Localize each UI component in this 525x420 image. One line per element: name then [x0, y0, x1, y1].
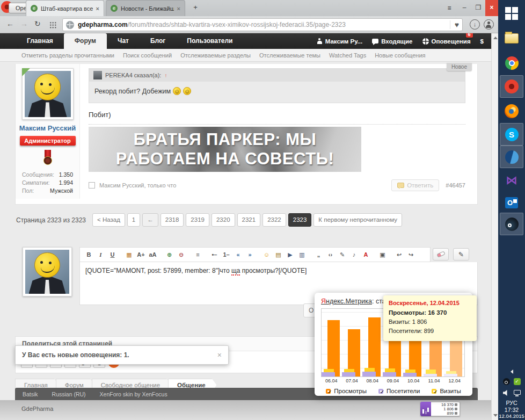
metrika-informer[interactable]: 16 3701 806899 — [420, 402, 460, 416]
window-minimize-button[interactable]: – — [457, 0, 471, 16]
subnav-link[interactable]: Новые сообщения — [375, 52, 425, 59]
clock-date[interactable]: 12.04.2015 — [498, 413, 525, 419]
browser-tab-active[interactable]: e Штаб-квартира всех хими × — [26, 0, 104, 16]
metrika-link[interactable]: Яндекс.Метрика — [321, 298, 372, 305]
tab-close-icon[interactable]: × — [96, 5, 99, 12]
reply-button[interactable]: Ответить — [391, 179, 439, 191]
font-size-button[interactable]: A+ — [135, 249, 147, 260]
remove-formatting-button[interactable]: A — [360, 249, 371, 260]
toast-close-icon[interactable]: × — [217, 351, 222, 359]
author-avatar[interactable] — [22, 68, 74, 120]
keyboard-language[interactable]: РУС — [498, 400, 525, 406]
browser-scrollbar[interactable] — [491, 33, 498, 420]
bar-visitors[interactable] — [362, 372, 376, 376]
window-close-button[interactable]: × — [485, 0, 498, 16]
page-button-2323[interactable]: 2323 — [288, 213, 312, 227]
downloads-icon[interactable]: ↓ — [470, 19, 480, 30]
footer-link[interactable]: Russian (RU) — [52, 391, 86, 397]
bar-visitors[interactable] — [444, 374, 457, 376]
tray-expand-arrow-icon[interactable] — [511, 370, 513, 374]
insert-spoiler-button[interactable]: ▥ — [296, 249, 308, 260]
site-security-icon[interactable] — [66, 21, 74, 29]
legend-checkbox-Посетители[interactable] — [378, 389, 383, 394]
page-button-←[interactable]: ← — [142, 213, 158, 227]
list-unordered-button[interactable]: •– — [209, 249, 220, 260]
go-to-quoted-post-link[interactable]: ↑ — [164, 73, 167, 78]
tab-close-icon[interactable]: × — [177, 5, 180, 12]
page-button-2321[interactable]: 2321 — [237, 213, 261, 227]
subnav-link[interactable]: Поиск сообщений — [123, 52, 172, 59]
text-color-button[interactable]: ▦ — [123, 249, 135, 260]
bar-visitors[interactable] — [403, 373, 417, 376]
toggle-rich-editor-button[interactable]: ✎ — [453, 248, 469, 260]
page-button-2320[interactable]: 2320 — [212, 213, 235, 227]
profile-icon[interactable] — [484, 19, 494, 30]
window-restore-button[interactable]: ❐ — [471, 0, 485, 16]
italic-button[interactable]: I — [95, 249, 106, 260]
clock-time[interactable]: 17:32 — [498, 407, 525, 413]
bar-visitors[interactable] — [424, 374, 437, 376]
nav-tab-Блог[interactable]: Блог — [140, 33, 176, 49]
underline-button[interactable]: U — [107, 249, 118, 260]
insert-link-button[interactable]: ⊕ — [164, 249, 175, 260]
subnav-link[interactable]: Отслеживаемые разделы — [180, 52, 251, 59]
page-button-2322[interactable]: 2322 — [262, 213, 286, 227]
redo-button[interactable]: ↪ — [405, 249, 417, 260]
speed-dial-icon[interactable] — [49, 21, 56, 28]
subnav-link[interactable]: Отслеживаемые темы — [259, 52, 320, 59]
author-username-link[interactable]: Максим Русский — [16, 124, 79, 132]
steam-tray-icon[interactable] — [503, 378, 510, 385]
legend-checkbox-Просмотры[interactable] — [326, 389, 331, 394]
alerts-toast[interactable]: У Вас есть новые оповещения: 1. × — [15, 345, 229, 365]
erase-content-button[interactable] — [433, 248, 449, 260]
footer-link[interactable]: Batsik — [23, 391, 38, 397]
save-draft-button[interactable]: ▣ — [377, 249, 388, 260]
alerts-link[interactable]: Оповещения 6 — [422, 38, 471, 45]
browser-menu-icon[interactable]: ≡ — [441, 0, 457, 16]
taskbar-firefox-button[interactable] — [500, 100, 523, 122]
scroll-down-arrow[interactable] — [493, 414, 498, 417]
page-button-К первому непрочитанному[interactable]: К первому непрочитанному — [313, 213, 402, 227]
insert-media-button[interactable]: ▶ — [285, 249, 296, 260]
bar-views[interactable] — [327, 320, 340, 376]
subnav-link[interactable]: Отметить разделы прочитанными — [21, 52, 114, 59]
draw-button[interactable]: ✎ — [337, 249, 348, 260]
unlink-button[interactable]: ⊖ — [176, 249, 187, 260]
font-family-button[interactable]: aA — [147, 249, 158, 260]
insert-image-button[interactable]: ▤ — [273, 249, 284, 260]
volume-icon[interactable] — [503, 390, 510, 396]
taskbar-outlook-button[interactable]: O — [500, 191, 523, 214]
outdent-button[interactable]: « — [232, 249, 244, 260]
browser-tab-inactive[interactable]: e Новости - Ближайшие за × — [106, 0, 185, 16]
taskbar-windows-start-button[interactable] — [500, 2, 523, 25]
my-avatar[interactable] — [23, 247, 72, 296]
taskbar-visual-studio-button[interactable]: ⋈ — [500, 169, 523, 192]
scroll-up-arrow[interactable] — [493, 37, 498, 39]
post-select-checkbox[interactable] — [89, 182, 95, 189]
parker-brothers-banner-image[interactable]: БРАТЬЯ ПАРКЕР: МЫ РАБОТАЕМ НА СОВЕСТЬ! — [89, 127, 361, 172]
nav-tab-Главная[interactable]: Главная — [16, 33, 64, 49]
reload-button[interactable]: ↻ — [34, 19, 41, 28]
site-name[interactable]: GdePharma — [21, 405, 53, 412]
taskbar-opera-button[interactable] — [500, 75, 523, 98]
currency-link[interactable]: $ — [480, 38, 484, 45]
inbox-link[interactable]: Входящие — [372, 38, 412, 45]
page-button-2319[interactable]: 2319 — [186, 213, 209, 227]
taskbar-chrome-button[interactable] — [500, 52, 523, 74]
nav-tab-Чат[interactable]: Чат — [107, 33, 140, 49]
taskbar-steam-button[interactable] — [500, 213, 523, 235]
footer-link[interactable]: XenForo skin by XenFocus — [100, 391, 167, 397]
bold-button[interactable]: B — [83, 249, 94, 260]
post-number-link[interactable]: #46457 — [446, 182, 465, 189]
bar-visitors[interactable] — [342, 372, 355, 376]
nav-tab-Форум[interactable]: Форум — [64, 33, 107, 49]
insert-music-button[interactable]: ♪ — [348, 249, 360, 260]
list-ordered-button[interactable]: 1– — [221, 249, 232, 260]
nav-tab-Пользователи[interactable]: Пользователи — [176, 33, 243, 49]
smilies-button[interactable]: ☺ — [261, 249, 272, 260]
back-button[interactable]: ← — [6, 19, 14, 28]
insert-quote-button[interactable]: „ — [313, 249, 324, 260]
bar-visitors[interactable] — [383, 372, 396, 376]
alignment-button[interactable]: ≡ — [192, 249, 203, 260]
network-icon[interactable] — [514, 390, 521, 395]
